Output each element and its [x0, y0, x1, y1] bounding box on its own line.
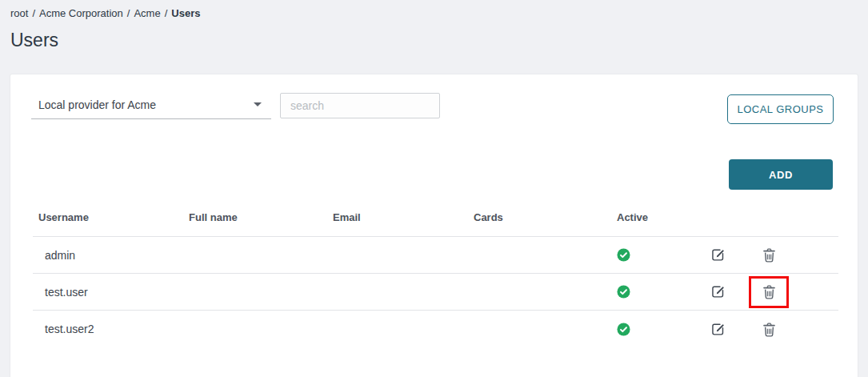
delete-highlight-box — [749, 239, 789, 271]
provider-select[interactable]: Local provider for Acme — [31, 90, 271, 119]
cell-username: test.user2 — [33, 323, 189, 335]
breadcrumb-separator: / — [127, 7, 130, 19]
breadcrumb-item-acme[interactable]: Acme — [134, 7, 160, 19]
page-title: Users — [10, 30, 58, 51]
cell-username: admin — [33, 249, 189, 262]
provider-select-value: Local provider for Acme — [31, 98, 254, 111]
active-check-icon — [617, 248, 630, 262]
users-table: Username Full name Email Cards Active ad… — [33, 199, 838, 347]
delete-button[interactable] — [763, 247, 775, 263]
delete-button[interactable] — [763, 322, 775, 337]
table-row: test.user — [33, 274, 838, 311]
breadcrumb-item-current: Users — [171, 7, 200, 19]
local-groups-button[interactable]: LOCAL GROUPS — [727, 94, 834, 124]
cell-active — [617, 248, 695, 262]
active-check-icon — [617, 323, 630, 336]
cell-username: test.user — [33, 286, 189, 299]
breadcrumb-separator: / — [32, 7, 35, 19]
column-header-username: Username — [33, 211, 189, 223]
add-button[interactable]: ADD — [729, 159, 833, 190]
table-header-row: Username Full name Email Cards Active — [33, 199, 838, 237]
breadcrumb-item-root[interactable]: root — [10, 7, 28, 19]
delete-highlight-box — [749, 276, 789, 308]
table-row: test.user2 — [33, 311, 838, 347]
cell-active — [617, 323, 695, 336]
delete-highlight-box — [749, 313, 789, 345]
cell-edit — [695, 284, 741, 299]
active-check-icon — [617, 285, 630, 299]
users-card: Local provider for Acme LOCAL GROUPS ADD… — [10, 74, 858, 377]
column-header-email: Email — [333, 211, 474, 223]
column-header-active: Active — [617, 211, 695, 223]
column-header-cards: Cards — [474, 211, 617, 223]
table-body: admin — [33, 237, 838, 347]
column-header-fullname: Full name — [189, 211, 333, 223]
breadcrumb-item-acme-corporation[interactable]: Acme Corporation — [39, 7, 123, 19]
caret-down-icon — [254, 102, 262, 106]
cell-delete — [741, 239, 797, 271]
cell-active — [617, 285, 695, 299]
cell-edit — [695, 322, 741, 337]
edit-button[interactable] — [710, 247, 726, 263]
delete-button[interactable] — [763, 284, 775, 299]
breadcrumb-separator: / — [165, 7, 168, 19]
breadcrumb: root / Acme Corporation / Acme / Users — [10, 7, 200, 19]
cell-edit — [695, 247, 741, 263]
cell-delete — [741, 313, 797, 345]
search-input[interactable] — [280, 93, 440, 118]
edit-button[interactable] — [710, 284, 726, 299]
edit-button[interactable] — [710, 322, 726, 337]
cell-delete — [741, 276, 797, 308]
table-row: admin — [33, 237, 838, 274]
